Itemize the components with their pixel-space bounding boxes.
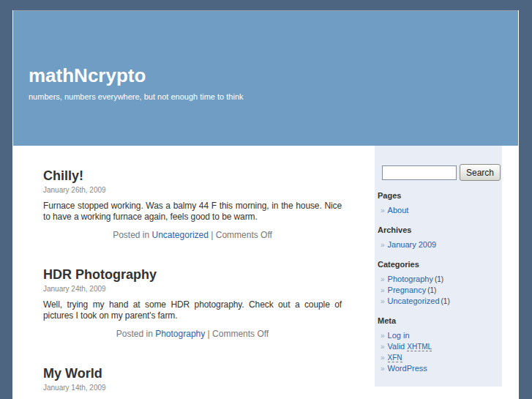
sidebar-item-log-in[interactable]: »Log in bbox=[381, 331, 502, 340]
sidebar-item-xfn[interactable]: »XFN bbox=[381, 353, 502, 362]
double-arrow-bullet-icon: » bbox=[381, 206, 385, 215]
search-button[interactable]: Search bbox=[460, 164, 501, 181]
double-arrow-bullet-icon: » bbox=[381, 343, 385, 351]
pages-list: »About bbox=[375, 206, 502, 215]
valid-xhtml-link[interactable]: Valid XHTML bbox=[388, 342, 432, 351]
content-area: Chilly! January 26th, 2009 Furnace stopp… bbox=[12, 146, 519, 398]
site-header: mathNcrypto numbers, numbers everywhere,… bbox=[13, 10, 518, 146]
double-arrow-bullet-icon: » bbox=[381, 297, 385, 305]
log-in-link[interactable]: Log in bbox=[388, 331, 410, 340]
post-title[interactable]: Chilly! bbox=[43, 168, 342, 184]
category-link[interactable]: Uncategorized bbox=[152, 230, 209, 240]
double-arrow-bullet-icon: » bbox=[381, 365, 385, 373]
double-arrow-bullet-icon: » bbox=[381, 241, 385, 249]
sidebar-heading-pages: Pages bbox=[378, 191, 502, 201]
xfn-abbr: XFN bbox=[388, 354, 402, 362]
post-my-world: My World January 14th, 2009 Well, the wi… bbox=[43, 366, 342, 399]
browser-viewport: mathNcrypto numbers, numbers everywhere,… bbox=[0, 0, 532, 399]
comments-status: Comments Off bbox=[216, 230, 272, 240]
sidebar-heading-categories: Categories bbox=[378, 260, 502, 269]
widget-meta: Meta »Log in »Valid XHTML »XFN »WordPres… bbox=[375, 316, 502, 373]
post-meta: Posted in Photography | Comments Off bbox=[43, 329, 342, 340]
meta-list: »Log in »Valid XHTML »XFN »WordPress bbox=[375, 331, 502, 373]
site-tagline: numbers, numbers everywhere, but not eno… bbox=[29, 92, 518, 101]
site-title[interactable]: mathNcrypto bbox=[29, 65, 518, 86]
category-link[interactable]: Pregnancy bbox=[388, 286, 427, 294]
sidebar-item-january-2009[interactable]: »January 2009 bbox=[381, 240, 502, 250]
double-arrow-bullet-icon: » bbox=[381, 286, 385, 294]
search-form: Search bbox=[382, 164, 502, 181]
about-link[interactable]: About bbox=[388, 206, 409, 215]
sidebar: Search Pages »About Archives »January 20… bbox=[375, 146, 502, 387]
main-column: Chilly! January 26th, 2009 Furnace stopp… bbox=[43, 146, 342, 399]
sidebar-item-photography[interactable]: »Photography(1) bbox=[381, 275, 502, 284]
post-meta-prefix: Posted in bbox=[116, 329, 153, 339]
post-date: January 14th, 2009 bbox=[43, 384, 342, 392]
post-count: (1) bbox=[427, 286, 436, 294]
xfn-link[interactable]: XFN bbox=[388, 353, 402, 362]
post-meta-separator: | bbox=[208, 329, 210, 339]
sidebar-item-valid-xhtml[interactable]: »Valid XHTML bbox=[381, 342, 502, 351]
post-body: Well, trying my hand at some HDR photogr… bbox=[43, 299, 342, 321]
sidebar-heading-archives: Archives bbox=[378, 225, 502, 235]
post-title[interactable]: My World bbox=[43, 366, 342, 381]
archive-link[interactable]: January 2009 bbox=[388, 240, 437, 249]
xhtml-abbr: XHTML bbox=[407, 343, 432, 351]
post-date: January 26th, 2009 bbox=[43, 186, 342, 195]
comments-status: Comments Off bbox=[212, 329, 269, 339]
post-count: (1) bbox=[441, 297, 450, 305]
double-arrow-bullet-icon: » bbox=[381, 354, 385, 362]
sidebar-item-uncategorized[interactable]: »Uncategorized(1) bbox=[381, 297, 502, 306]
post-hdr-photography: HDR Photography January 24th, 2009 Well,… bbox=[43, 267, 342, 340]
post-chilly: Chilly! January 26th, 2009 Furnace stopp… bbox=[43, 168, 342, 241]
post-meta: Posted in Uncategorized | Comments Off bbox=[43, 230, 342, 241]
search-input[interactable] bbox=[382, 165, 457, 180]
post-count: (1) bbox=[435, 275, 443, 283]
wordpress-link[interactable]: WordPress bbox=[388, 364, 427, 373]
widget-archives: Archives »January 2009 bbox=[375, 225, 502, 250]
post-meta-prefix: Posted in bbox=[113, 230, 149, 240]
post-title[interactable]: HDR Photography bbox=[43, 267, 342, 283]
category-link[interactable]: Uncategorized bbox=[388, 297, 440, 305]
widget-categories: Categories »Photography(1) »Pregnancy(1)… bbox=[375, 260, 502, 306]
sidebar-item-wordpress[interactable]: »WordPress bbox=[381, 364, 502, 373]
categories-list: »Photography(1) »Pregnancy(1) »Uncategor… bbox=[375, 275, 502, 306]
archives-list: »January 2009 bbox=[375, 240, 502, 250]
double-arrow-bullet-icon: » bbox=[381, 332, 385, 340]
category-link[interactable]: Photography bbox=[388, 275, 433, 283]
post-body: Furnace stopped working. Was a balmy 44 … bbox=[43, 201, 342, 223]
sidebar-item-pregnancy[interactable]: »Pregnancy(1) bbox=[381, 286, 502, 295]
widget-pages: Pages »About bbox=[375, 191, 502, 215]
double-arrow-bullet-icon: » bbox=[381, 275, 385, 283]
post-date: January 24th, 2009 bbox=[43, 285, 342, 294]
page-container: mathNcrypto numbers, numbers everywhere,… bbox=[12, 10, 519, 399]
sidebar-heading-meta: Meta bbox=[378, 316, 502, 326]
sidebar-item-about[interactable]: »About bbox=[381, 206, 502, 215]
category-link[interactable]: Photography bbox=[155, 329, 205, 339]
post-meta-separator: | bbox=[211, 230, 213, 240]
